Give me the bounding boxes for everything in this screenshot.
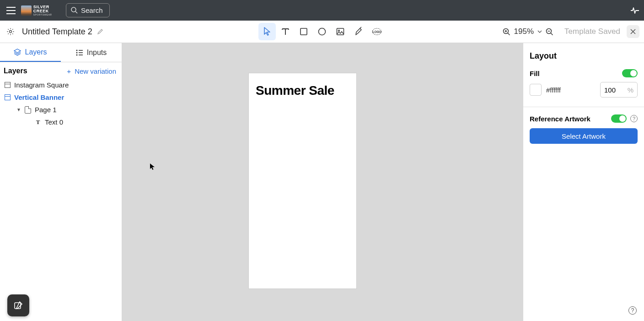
ellipse-tool[interactable] [313,23,331,40]
pen-tool[interactable] [350,23,367,40]
fill-opacity-unit: % [628,86,633,94]
select-artwork-button[interactable]: Select Artwork [530,128,638,144]
fill-color-swatch[interactable] [530,84,542,96]
divider [523,107,644,107]
compose-fab[interactable] [7,294,29,316]
svg-point-3 [319,28,326,35]
help-corner-icon[interactable]: ? [628,306,637,315]
svg-point-11 [76,52,77,53]
reference-artwork-toggle[interactable] [611,114,627,123]
new-variation-button[interactable]: + New variation [67,67,116,75]
tab-layers-label: Layers [25,48,47,56]
svg-point-5 [338,30,340,32]
caret-down-icon[interactable]: ▼ [16,107,21,112]
right-panel: Layout Fill #ffffff 100 % Reference Artw… [523,43,644,321]
logo-tool[interactable]: LOGO [368,23,386,40]
layer-vertical-banner[interactable]: Vertical Banner [2,91,120,103]
artboard-vertical-banner[interactable]: Summer Sale [249,73,356,288]
fill-opacity-value: 100 [604,86,616,94]
layout-icon [5,82,11,88]
tab-inputs-label: Inputs [87,49,107,57]
header-right: 195% Template Saved [503,25,639,38]
brand-logo-image [21,5,32,16]
zoom-in-icon[interactable] [503,28,510,36]
search-button[interactable]: Search [66,3,110,17]
zoom-out-icon[interactable] [546,28,553,36]
brand-name: SILVER CREEK [33,5,62,13]
settings-icon[interactable] [5,26,16,38]
reference-artwork-label: Reference Artwork [530,115,607,123]
fill-opacity-input[interactable]: 100 % [600,82,638,98]
text-layer-icon: T [35,119,41,126]
svg-point-0 [71,7,76,12]
close-button[interactable] [627,25,639,38]
zoom-value[interactable]: 195% [514,27,534,36]
layer-tree: Instagram Square Vertical Banner ▼ Page … [0,78,122,129]
template-title: Untitled Template 2 [22,27,92,37]
layer-label: Page 1 [35,106,57,114]
layers-icon [14,49,21,56]
brand-subtitle: SPORTSWEAR [33,13,62,16]
toolbar: LOGO [258,23,386,40]
layer-label: Instagram Square [14,81,69,89]
layer-label: Vertical Banner [14,93,64,101]
text-tool[interactable] [277,23,294,40]
app-topbar: SILVER CREEK SPORTSWEAR Search [0,0,644,21]
page-icon [25,106,31,114]
svg-point-12 [76,54,77,55]
menu-icon[interactable] [5,5,17,16]
edit-title-icon[interactable] [97,28,103,35]
zoom-dropdown-icon[interactable] [537,30,542,33]
inputs-icon [76,49,83,56]
search-icon [71,7,78,14]
image-tool[interactable] [332,23,349,40]
artboard-text[interactable]: Summer Sale [249,73,356,98]
layer-label: Text 0 [45,118,63,126]
svg-rect-2 [301,28,307,35]
select-tool[interactable] [258,23,276,40]
layer-text-0[interactable]: T Text 0 [2,116,120,128]
layers-section-title: Layers [4,67,27,75]
canvas[interactable]: Summer Sale [122,43,523,321]
plus-icon: + [67,67,71,75]
fill-label: Fill [530,70,540,77]
search-label: Search [81,6,103,14]
cursor-icon [150,163,155,170]
fill-toggle[interactable] [622,69,638,77]
activity-icon[interactable] [630,7,639,14]
fill-hex-value[interactable]: #ffffff [546,86,596,94]
brand-logo[interactable]: SILVER CREEK SPORTSWEAR [21,4,62,17]
svg-point-1 [10,31,12,33]
save-status: Template Saved [564,27,620,36]
tab-inputs[interactable]: Inputs [61,43,122,62]
rectangle-tool[interactable] [295,23,312,40]
panel-title: Layout [530,51,638,61]
new-variation-label: New variation [75,67,116,75]
layer-page-1[interactable]: ▼ Page 1 [2,103,120,116]
editor-header: Untitled Template 2 LOGO 1 [0,21,644,43]
left-panel: Layers Inputs Layers + New variation Ins… [0,43,122,321]
layer-instagram-square[interactable]: Instagram Square [2,79,120,91]
layout-icon [5,94,11,100]
svg-text:LOGO: LOGO [372,30,381,33]
tab-layers[interactable]: Layers [0,43,61,62]
help-icon[interactable]: ? [630,115,638,122]
svg-point-10 [76,49,77,51]
